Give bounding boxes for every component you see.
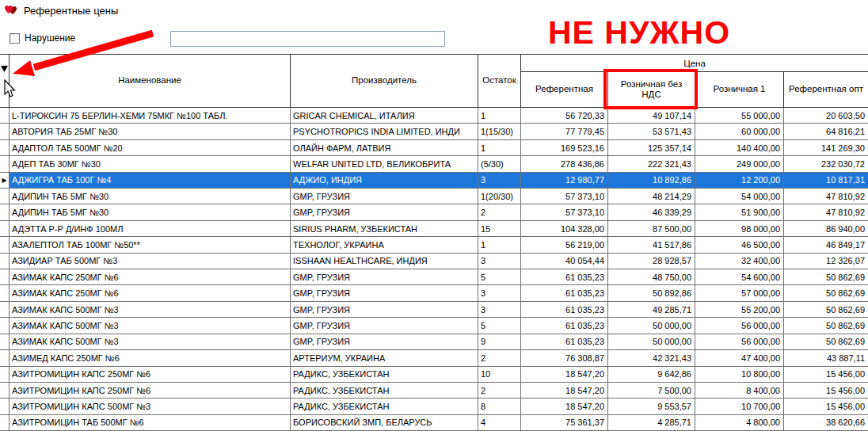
cell-retail1[interactable]: 10 700,00	[695, 399, 784, 414]
cell-stock[interactable]: 5	[478, 318, 521, 333]
cell-reference-opt[interactable]: 12 326,07	[784, 254, 868, 269]
cell-reference-opt[interactable]: 50 862,69	[784, 285, 868, 300]
cell-name[interactable]: АЗИМАК КАПС 250МГ №6	[10, 285, 291, 300]
table-row[interactable]: ▶ АДЖИГРА ТАБ 100Г №4 АДЖИО, ИНДИЯ 3 12 …	[0, 173, 868, 189]
cell-name[interactable]: АЗИТРОМИЦИН КАПС 250МГ №6	[10, 383, 291, 398]
cell-manufacturer[interactable]: ТЕХНОЛОГ, УКРАИНА	[291, 237, 478, 252]
cell-reference-opt[interactable]: 50 862,69	[784, 302, 868, 317]
cell-reference-opt[interactable]: 15 456,00	[784, 383, 868, 398]
column-header-reference[interactable]: Референтная	[521, 72, 608, 108]
cell-retail-no-vat[interactable]: 48 750,00	[608, 269, 695, 284]
cell-retail-no-vat[interactable]: 41 517,86	[608, 237, 695, 252]
cell-reference-opt[interactable]: 50 862,69	[784, 318, 868, 333]
column-header-retail1[interactable]: Розничная 1	[695, 72, 784, 108]
cell-reference-opt[interactable]: 20 603,50	[784, 108, 868, 123]
cell-reference[interactable]: 61 035,23	[521, 285, 608, 300]
cell-retail1[interactable]: 140 400,00	[695, 140, 784, 155]
cell-retail-no-vat[interactable]: 50 000,00	[608, 318, 695, 333]
cell-reference[interactable]: 104 328,00	[521, 221, 608, 236]
cell-stock[interactable]: 2	[478, 350, 521, 365]
cell-retail1[interactable]: 47 400,00	[695, 350, 784, 365]
cell-name[interactable]: АДЕП ТАБ 30МГ №30	[10, 156, 291, 171]
cell-name[interactable]: АЗИТРОМИЦИН ТАБ 500МГ №6	[10, 415, 291, 430]
cell-retail-no-vat[interactable]: 49 107,14	[608, 108, 695, 123]
cell-retail1[interactable]: 54 600,00	[695, 269, 784, 284]
cell-stock[interactable]: 1(20/30)	[478, 189, 521, 204]
cell-retail-no-vat[interactable]: 222 321,43	[608, 156, 695, 171]
cell-name[interactable]: АЗИДИАР ТАБ 500МГ №3	[10, 254, 291, 269]
cell-stock[interactable]: 5	[478, 269, 521, 284]
cell-retail1[interactable]: 32 400,00	[695, 254, 784, 269]
checkbox-box[interactable]	[10, 33, 20, 44]
table-row[interactable]: АДАПТОЛ ТАБ 500МГ №20 ОЛАЙН ФАРМ, ЛАТВИЯ…	[0, 140, 868, 156]
cell-reference-opt[interactable]: 15 456,00	[784, 399, 868, 414]
table-row[interactable]: АДЕП ТАБ 30МГ №30 WELFAR UNITED LTD, ВЕЛ…	[0, 156, 868, 172]
cell-reference[interactable]: 57 373,10	[521, 189, 608, 204]
cell-stock[interactable]: 3	[478, 173, 521, 188]
cell-name[interactable]: АДАПТОЛ ТАБ 500МГ №20	[10, 140, 291, 155]
column-header-stock[interactable]: Остаток	[478, 55, 521, 108]
cell-reference[interactable]: 61 035,23	[521, 334, 608, 349]
cell-name[interactable]: АЗИМАК КАПС 500МГ №3	[10, 318, 291, 333]
cell-name[interactable]: АДИПИН ТАБ 5МГ №30	[10, 204, 291, 219]
cell-retail1[interactable]: 56 000,00	[695, 318, 784, 333]
cell-name[interactable]: АЗАЛЕПТОЛ ТАБ 100МГ №50**	[10, 237, 291, 252]
cell-stock[interactable]: 1	[478, 237, 521, 252]
cell-stock[interactable]: 1	[478, 108, 521, 123]
cell-retail1[interactable]: 54 000,00	[695, 189, 784, 204]
table-row[interactable]: АЗИМАК КАПС 500МГ №3 GMP, ГРУЗИЯ 5 61 03…	[0, 318, 868, 334]
cell-retail1[interactable]: 55 000,00	[695, 108, 784, 123]
cell-reference[interactable]: 61 035,23	[521, 269, 608, 284]
cell-name[interactable]: L-ТИРОКСИН 75 БЕРЛИН-ХЕМИ 75МКГ №100 ТАБ…	[10, 108, 291, 123]
cell-name[interactable]: АЗИМАК КАПС 250МГ №6	[10, 269, 291, 284]
cell-stock[interactable]: 3	[478, 302, 521, 317]
cell-name[interactable]: АЗИТРОМИЦИН КАПС 500МГ №3	[10, 399, 291, 414]
cell-reference-opt[interactable]: 38 620,66	[784, 415, 868, 430]
cell-stock[interactable]: 2	[478, 383, 521, 398]
cell-stock[interactable]: 3	[478, 254, 521, 269]
cell-stock[interactable]: 1	[478, 140, 521, 155]
cell-name[interactable]: АДИПИН ТАБ 5МГ №30	[10, 189, 291, 204]
cell-manufacturer[interactable]: GMP, ГРУЗИЯ	[291, 334, 478, 349]
cell-manufacturer[interactable]: ISSHAAN HEALTHCARE, ИНДИЯ	[291, 254, 478, 269]
cell-stock[interactable]: 10	[478, 367, 521, 382]
cell-retail-no-vat[interactable]: 125 357,14	[608, 140, 695, 155]
cell-stock[interactable]: (5/30)	[478, 156, 521, 171]
table-row[interactable]: АЗИМАК КАПС 250МГ №6 GMP, ГРУЗИЯ 5 61 03…	[0, 269, 868, 285]
cell-retail-no-vat[interactable]: 7 500,00	[608, 383, 695, 398]
cell-manufacturer[interactable]: GRICAR CHEMICAL, ИТАЛИЯ	[291, 108, 478, 123]
cell-retail1[interactable]: 249 000,00	[695, 156, 784, 171]
column-header-name[interactable]: Наименование	[10, 55, 291, 108]
cell-name[interactable]: АДЭТТА Р-Р Д/ИНФ 100МЛ	[10, 221, 291, 236]
cell-manufacturer[interactable]: GMP, ГРУЗИЯ	[291, 318, 478, 333]
cell-retail-no-vat[interactable]: 53 571,43	[608, 124, 695, 139]
cell-reference[interactable]: 18 547,20	[521, 399, 608, 414]
cell-manufacturer[interactable]: РАДИКС, УЗБЕКИСТАН	[291, 367, 478, 382]
cell-reference[interactable]: 61 035,23	[521, 318, 608, 333]
table-row[interactable]: АЗИДИАР ТАБ 500МГ №3 ISSHAAN HEALTHCARE,…	[0, 254, 868, 269]
cell-reference[interactable]: 12 980,77	[521, 173, 608, 188]
cell-reference-opt[interactable]: 47 810,92	[784, 189, 868, 204]
cell-manufacturer[interactable]: АРТЕРИУМ, УКРАИНА	[291, 350, 478, 365]
cell-reference[interactable]: 77 779,45	[521, 124, 608, 139]
cell-retail1[interactable]: 60 000,00	[695, 124, 784, 139]
cell-name[interactable]: АВТОРИЯ ТАБ 25МГ №30	[10, 124, 291, 139]
table-row[interactable]: АДЭТТА Р-Р Д/ИНФ 100МЛ SIRIUS PHARM, УЗБ…	[0, 221, 868, 237]
table-row[interactable]: L-ТИРОКСИН 75 БЕРЛИН-ХЕМИ 75МКГ №100 ТАБ…	[0, 108, 868, 124]
cell-retail1[interactable]: 55 200,00	[695, 302, 784, 317]
cell-reference[interactable]: 56 219,00	[521, 237, 608, 252]
cell-stock[interactable]: 4	[478, 415, 521, 430]
cell-retail-no-vat[interactable]: 28 928,57	[608, 254, 695, 269]
cell-manufacturer[interactable]: БОРИСОВСКИЙ ЗМП, БЕЛАРУСЬ	[291, 415, 478, 430]
cell-reference[interactable]: 278 436,86	[521, 156, 608, 171]
cell-stock[interactable]: 8	[478, 399, 521, 414]
cell-manufacturer[interactable]: GMP, ГРУЗИЯ	[291, 204, 478, 219]
cell-reference-opt[interactable]: 141 269,30	[784, 140, 868, 155]
cell-retail1[interactable]: 57 000,00	[695, 285, 784, 300]
cell-retail-no-vat[interactable]: 42 321,43	[608, 350, 695, 365]
cell-reference[interactable]: 18 547,20	[521, 367, 608, 382]
cell-reference[interactable]: 40 054,44	[521, 254, 608, 269]
cell-name[interactable]: АЗИМАК КАПС 500МГ №3	[10, 334, 291, 349]
cell-manufacturer[interactable]: GMP, ГРУЗИЯ	[291, 302, 478, 317]
cell-manufacturer[interactable]: АДЖИО, ИНДИЯ	[291, 173, 478, 188]
